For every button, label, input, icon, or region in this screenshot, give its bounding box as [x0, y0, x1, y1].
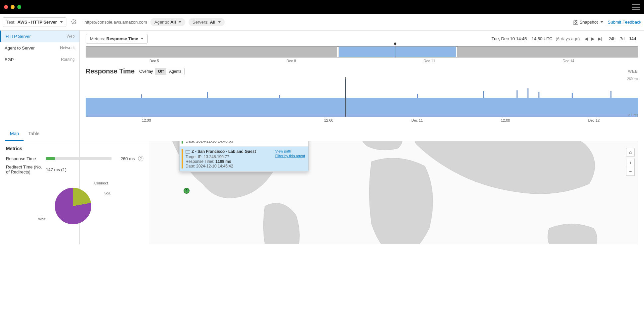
- overlay-label: Overlay: [139, 69, 153, 74]
- chart-y-min: < 1 ms: [628, 113, 638, 117]
- chart-x-label: Dec 11: [411, 118, 423, 122]
- metric-row: Redirect Time (No. of Redirects)147 ms (…: [6, 164, 143, 174]
- sidebar-item-agent-to-server[interactable]: Agent to ServerNetwork: [0, 42, 79, 54]
- world-map-panel[interactable]: 4 Meraki San Francisco SFO12 Original Ta…: [149, 141, 638, 244]
- sidebar-item-label: Agent to Server: [5, 46, 35, 51]
- servers-filter-value: All: [210, 20, 215, 25]
- status-stripe: [182, 149, 183, 168]
- overlay-option-agents[interactable]: Agents: [166, 68, 184, 75]
- test-selector-dropdown[interactable]: Test: AWS - HTTP Server: [3, 17, 66, 27]
- chart-x-label: 12:00: [501, 118, 510, 122]
- map-zoom-in-button[interactable]: +: [626, 159, 635, 167]
- timeline-label: Dec 5: [149, 59, 159, 63]
- chevron-down-icon: [141, 38, 143, 40]
- time-next-button[interactable]: ▶: [590, 36, 596, 42]
- chart-x-label: Dec 12: [588, 118, 600, 122]
- timeline-selection-end-handle[interactable]: [456, 47, 458, 57]
- view-tabs: MapTable: [0, 127, 638, 141]
- pie-label-connect: Connect: [94, 181, 108, 185]
- chevron-down-icon: [60, 21, 63, 23]
- timeline-selection-start-handle[interactable]: [337, 47, 339, 57]
- chart-time-marker[interactable]: [345, 77, 346, 117]
- test-url-text: https://console.aws.amazon.com: [84, 20, 147, 25]
- window-titlebar: [0, 0, 644, 14]
- timeline-label: Dec 8: [286, 59, 296, 63]
- maximize-window-button[interactable]: [17, 5, 21, 9]
- timeline-label: Dec 14: [563, 59, 574, 63]
- tooltip-agent-item: Meraki San Francisco SFO12 Target IP: 76…: [180, 141, 308, 147]
- metric-bar: [46, 157, 112, 160]
- tab-table[interactable]: Table: [24, 127, 44, 141]
- sidebar-item-bgp[interactable]: BGPRouting: [0, 54, 79, 65]
- timeline-overview[interactable]: [86, 46, 638, 57]
- agent-details-tooltip: Meraki San Francisco SFO12 Original Targ…: [179, 141, 309, 172]
- metrics-selector-dropdown[interactable]: Metrics: Response Time: [86, 34, 148, 44]
- submit-feedback-link[interactable]: Submit Feedback: [608, 20, 641, 25]
- top-toolbar: Test: AWS - HTTP Server https://console.…: [0, 14, 644, 31]
- tooltip-date: Date: 2024-12-10 14:46:03: [186, 141, 273, 144]
- tooltip-agent-item: Z - San Francisco - Lab and Guest Target…: [180, 147, 308, 171]
- minimize-window-button[interactable]: [11, 5, 15, 9]
- time-range-24h-button[interactable]: 24h: [607, 35, 617, 43]
- snapshot-button[interactable]: Snapshot: [573, 20, 603, 25]
- metric-value: 147 ms (1): [46, 167, 66, 172]
- test-selector-value: AWS - HTTP Server: [17, 20, 57, 25]
- tooltip-target-ip: Target IP: 13.248.199.77: [186, 155, 273, 159]
- agent-cluster-marker[interactable]: 4: [184, 188, 190, 194]
- timeline-marker[interactable]: [395, 44, 395, 58]
- timeline-date-labels: Dec 5Dec 8Dec 11Dec 14: [86, 59, 638, 63]
- time-latest-button[interactable]: ▶|: [597, 36, 604, 42]
- response-time-chart[interactable]: 260 ms < 1 ms: [86, 77, 638, 117]
- tooltip-agent-name: Z - San Francisco - Lab and Guest: [186, 149, 273, 154]
- agent-type-icon: [186, 150, 190, 154]
- chevron-down-icon: [601, 21, 603, 23]
- servers-filter-label: Servers:: [193, 20, 208, 25]
- metrics-selector-label: Metrics:: [90, 36, 105, 41]
- hamburger-menu-icon[interactable]: [632, 4, 640, 10]
- chart-x-label: 12:00: [142, 118, 151, 122]
- servers-filter-dropdown[interactable]: Servers: All: [189, 18, 225, 26]
- sidebar-item-category: Routing: [61, 57, 75, 62]
- close-window-button[interactable]: [4, 5, 8, 9]
- filter-by-agent-link[interactable]: Filter by this agent: [275, 154, 305, 158]
- tooltip-date: Date: 2024-12-10 14:45:42: [186, 164, 273, 168]
- time-ago-text: (6 days ago): [556, 36, 580, 41]
- test-selector-label: Test:: [6, 20, 15, 25]
- sidebar-item-label: HTTP Server: [6, 34, 31, 39]
- sidebar-item-http-server[interactable]: HTTP ServerWeb: [0, 31, 79, 42]
- timing-pie-chart: Connect SSL Wait: [41, 181, 108, 231]
- metrics-summary-panel: Metrics Response Time260 ms?Redirect Tim…: [0, 141, 149, 244]
- time-range-text: Tue, Dec 10 14:45 – 14:50 UTC: [491, 36, 552, 41]
- tooltip-response-time: Response Time: 1188 ms: [186, 159, 273, 164]
- tab-map[interactable]: Map: [5, 127, 24, 141]
- map-home-button[interactable]: ⌂: [626, 148, 635, 157]
- chart-title: Response Time: [86, 67, 134, 75]
- agents-filter-dropdown[interactable]: Agents: All: [150, 18, 185, 26]
- time-prev-button[interactable]: ◀: [583, 36, 589, 42]
- settings-gear-icon[interactable]: [70, 18, 78, 27]
- time-range-7d-button[interactable]: 7d: [618, 35, 626, 43]
- status-stripe: [182, 141, 183, 144]
- time-range-14d-button[interactable]: 14d: [627, 35, 638, 43]
- view-path-link[interactable]: View path: [275, 149, 291, 153]
- timeline-label: Dec 11: [424, 59, 435, 63]
- svg-point-1: [575, 22, 576, 23]
- traffic-lights: [4, 5, 21, 9]
- snapshot-label: Snapshot: [580, 20, 598, 25]
- metric-label: Response Time: [6, 156, 42, 161]
- map-zoom-out-button[interactable]: −: [626, 167, 635, 176]
- help-icon[interactable]: ?: [138, 156, 143, 161]
- metrics-heading: Metrics: [6, 146, 143, 151]
- metric-value: 260 ms: [115, 156, 135, 161]
- agents-filter-label: Agents:: [154, 20, 169, 25]
- time-range-controls: Tue, Dec 10 14:45 – 14:50 UTC (6 days ag…: [491, 35, 638, 43]
- chevron-down-icon: [179, 21, 181, 23]
- pie-label-ssl: SSL: [104, 191, 111, 195]
- chart-x-axis-labels: 12:0012:00Dec 1112:00Dec 12: [86, 118, 638, 124]
- camera-icon: [573, 20, 578, 25]
- chart-x-label: 12:00: [324, 118, 333, 122]
- overlay-option-off[interactable]: Off: [155, 68, 166, 75]
- metric-row: Response Time260 ms?: [6, 156, 143, 161]
- layer-badge: WEB: [628, 69, 638, 74]
- sidebar-item-label: BGP: [5, 57, 14, 62]
